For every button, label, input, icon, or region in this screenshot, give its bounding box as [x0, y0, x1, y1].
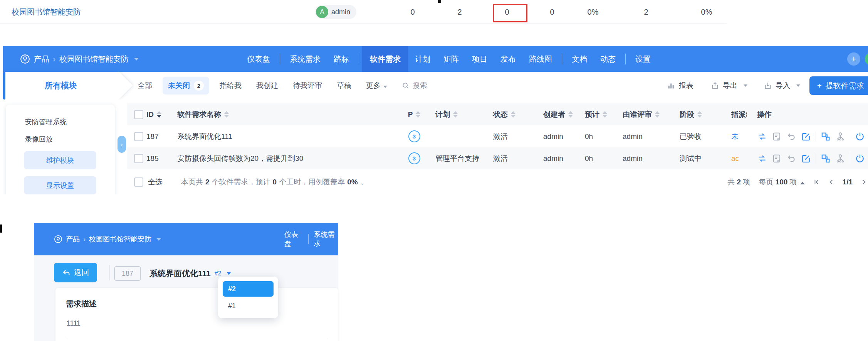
caret-down-icon[interactable] [227, 272, 231, 275]
tab-roadmap[interactable]: 路线图 [522, 46, 559, 72]
module-title[interactable]: 所有模块 [3, 72, 119, 100]
filter-tab-assigned-to-me[interactable]: 指给我 [212, 81, 249, 91]
description-heading: 需求描述 [66, 299, 97, 309]
col-reviewer[interactable]: 由谁评审 [615, 110, 672, 120]
sort-icon[interactable] [224, 111, 229, 118]
version-option[interactable]: #2 [223, 281, 274, 297]
track-icon[interactable] [835, 132, 845, 142]
tab-roadmark[interactable]: 路标 [327, 46, 356, 72]
revert-icon[interactable] [786, 132, 796, 142]
tab-system-requirement[interactable]: 系统需求 [314, 230, 339, 248]
select-all-checkbox[interactable] [134, 177, 143, 187]
create-story-button[interactable]: + 提软件需求 [809, 76, 868, 95]
filter-tab-all[interactable]: 全部 [130, 81, 159, 91]
admin-user-pill[interactable]: A admin [315, 5, 356, 19]
sidebar-item-security-system[interactable]: 安防管理系统 [25, 117, 67, 127]
breadcrumb-section[interactable]: 产品 [34, 54, 49, 64]
filter-tab-unclosed[interactable]: 未关闭 2 [163, 77, 209, 95]
tab-activity[interactable]: 动态 [594, 46, 622, 72]
close-story-icon[interactable] [855, 154, 865, 164]
cell-title-link[interactable]: 系统界面优化111 [177, 132, 401, 142]
cell-assignee[interactable]: ac [724, 154, 747, 163]
subdivide-icon[interactable] [821, 154, 831, 164]
sort-icon[interactable] [603, 111, 607, 118]
sort-icon[interactable] [453, 111, 458, 118]
cell-title-link[interactable]: 安防摄像头回传帧数为20，需提升到30 [177, 154, 401, 164]
version-link[interactable]: #2 [215, 270, 222, 277]
top-product-link[interactable]: 校园图书馆智能安防 [12, 0, 81, 24]
select-all-label[interactable]: 全选 [148, 177, 163, 187]
col-assignee[interactable]: 指派给 [724, 110, 747, 120]
prev-page-icon[interactable] [828, 179, 835, 186]
back-button[interactable]: 返回 [54, 263, 97, 282]
sort-icon[interactable] [568, 111, 573, 118]
caret-down-icon[interactable] [156, 238, 161, 241]
col-id[interactable]: ID [146, 110, 177, 119]
tab-settings[interactable]: 设置 [629, 46, 657, 72]
col-status[interactable]: 状态 [485, 110, 536, 120]
next-page-icon[interactable] [860, 179, 867, 186]
col-plan[interactable]: 计划 [428, 110, 485, 120]
tab-matrix[interactable]: 矩阵 [437, 46, 465, 72]
caret-down-icon[interactable] [134, 58, 139, 61]
track-icon[interactable] [835, 154, 845, 164]
change-icon[interactable] [757, 132, 767, 142]
priority-badge[interactable]: 3 [408, 130, 420, 142]
first-page-icon[interactable] [813, 179, 820, 186]
tab-docs[interactable]: 文档 [565, 46, 594, 72]
divider [625, 54, 626, 64]
sidebar-collapse-icon[interactable]: ‹ [118, 136, 126, 153]
help-circle-button[interactable] [865, 52, 868, 66]
row-checkbox[interactable] [134, 132, 143, 141]
col-creator[interactable]: 创建者 [536, 110, 577, 120]
breadcrumb-product[interactable]: 校园图书馆智能安防 [59, 54, 129, 64]
tab-release[interactable]: 发布 [494, 46, 522, 72]
priority-badge[interactable]: 3 [408, 152, 420, 164]
col-title[interactable]: 软件需求名称 [177, 110, 401, 120]
review-icon[interactable] [772, 132, 782, 142]
report-button[interactable]: 报表 [667, 72, 693, 100]
change-icon[interactable] [757, 154, 767, 164]
tab-software-requirement[interactable]: 软件需求 [362, 46, 408, 72]
filter-tab-created-by-me[interactable]: 我创建 [249, 81, 285, 91]
filter-tab-draft[interactable]: 草稿 [329, 81, 359, 91]
close-story-icon[interactable] [855, 132, 865, 142]
tab-plan[interactable]: 计划 [408, 46, 437, 72]
plus-circle-button[interactable]: + [847, 52, 860, 66]
breadcrumb-product[interactable]: 校园图书馆智能安防 [89, 235, 151, 244]
col-priority[interactable]: P [401, 110, 428, 119]
sidebar-item-maintenance-module[interactable]: 维护模块 [24, 151, 96, 169]
row-checkbox[interactable] [134, 154, 143, 163]
breadcrumb[interactable]: 产品 › 校园图书馆智能安防 [54, 223, 161, 255]
review-icon[interactable] [772, 154, 782, 164]
import-button[interactable]: 导入 [764, 72, 800, 100]
search-trigger[interactable]: 搜索 [395, 81, 435, 91]
revert-icon[interactable] [786, 154, 796, 164]
col-estimate[interactable]: 预计 [577, 110, 615, 120]
export-button[interactable]: 导出 [711, 72, 747, 100]
version-option[interactable]: #1 [223, 298, 274, 314]
breadcrumb-section[interactable]: 产品 [66, 235, 80, 244]
sort-icon[interactable] [655, 111, 660, 118]
sidebar-item-video-playback[interactable]: 录像回放 [25, 135, 53, 144]
filter-tab-review-by-me[interactable]: 待我评审 [285, 81, 329, 91]
sort-icon[interactable] [416, 111, 420, 118]
sort-icon[interactable] [697, 111, 702, 118]
filter-tab-more[interactable]: 更多 [359, 81, 395, 91]
edit-icon[interactable] [801, 154, 811, 164]
sidebar-item-display-settings[interactable]: 显示设置 [24, 176, 96, 194]
sort-icon[interactable] [511, 111, 515, 118]
cell-assignee[interactable]: 未 [724, 132, 747, 142]
tab-dashboard[interactable]: 仪表盘 [284, 230, 303, 248]
tab-project[interactable]: 项目 [465, 46, 494, 72]
sort-icon[interactable] [157, 111, 161, 118]
tab-system-requirement[interactable]: 系统需求 [283, 46, 327, 72]
subdivide-icon[interactable] [821, 132, 831, 142]
app-screenshot: 校园图书馆智能安防 A admin 0 2 0 0 0% 2 0% 产品 › 校… [0, 0, 868, 341]
breadcrumb[interactable]: 产品 › 校园图书馆智能安防 [20, 46, 139, 72]
tab-dashboard[interactable]: 仪表盘 [240, 46, 277, 72]
edit-icon[interactable] [801, 132, 811, 142]
select-all-checkbox[interactable] [134, 110, 143, 119]
col-stage[interactable]: 阶段 [672, 110, 724, 120]
page-size-select[interactable]: 每页 100 项 [759, 177, 804, 187]
